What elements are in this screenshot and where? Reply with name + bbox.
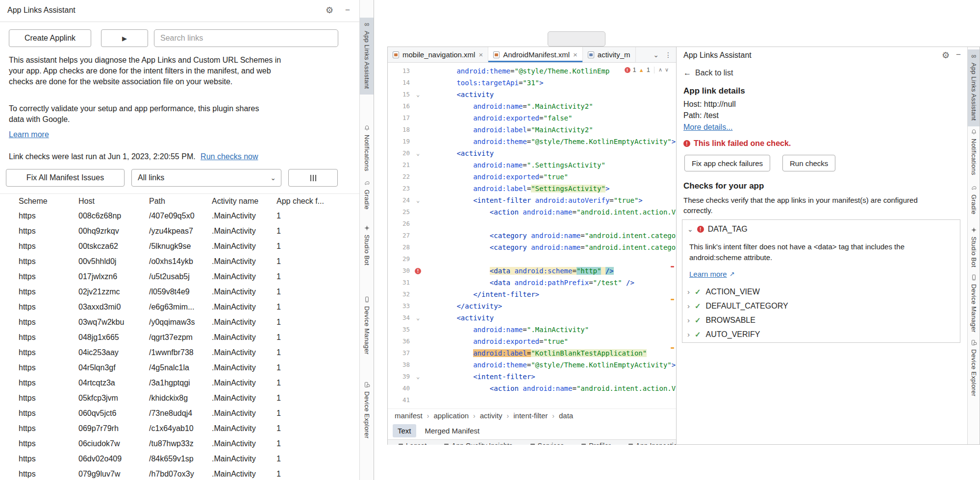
column-header-app-check[interactable]: App check f... [276,197,360,206]
fix-app-check-failures-button[interactable]: Fix app check failures [684,155,770,171]
inspections-widget[interactable]: ! 1 ▲ 1 ∧ ∨ [622,65,671,74]
code-line[interactable]: 33 </activity> [388,300,676,312]
chevron-right-icon[interactable]: › [687,316,690,324]
check-row[interactable]: ›✓AUTO_VERIFY [687,327,955,341]
code-line[interactable]: 37 android:label="KotlinBlankTestApplica… [388,347,676,359]
strip-tab-device-explorer[interactable]: Device Explorer [968,336,980,396]
column-header-host[interactable]: Host [78,197,149,206]
code-line[interactable]: 30! <data android:scheme="http" /> [388,265,676,277]
breadcrumb-item[interactable]: data [559,411,573,420]
close-icon[interactable]: × [478,50,483,59]
code-line[interactable]: 25 <action android:name="android.intent.… [388,206,676,218]
chevron-right-icon[interactable]: › [687,302,690,310]
links-filter-dropdown[interactable]: All links ⌄ [131,169,281,187]
run-checks-button[interactable]: Run checks [782,155,835,171]
minimize-icon[interactable]: − [956,50,961,60]
close-icon[interactable]: × [573,50,578,59]
code-line[interactable]: 15⌄ <activity [388,89,676,100]
search-input[interactable] [154,29,338,47]
code-line[interactable]: 28 <category android:name="android.inten… [388,241,676,253]
tab-merged-manifest[interactable]: Merged Manifest [420,424,485,437]
table-row[interactable]: https017jwlxzn6/u5t2usab5j.MainActivity1 [0,269,360,284]
hidden-tabs-icon[interactable]: ⌄ [653,51,659,59]
more-options-icon[interactable]: ⋮ [665,51,672,59]
code-editor[interactable]: 13 android:theme="@style/Theme.KotlinEmp… [388,63,676,408]
code-line[interactable]: 36 android:exported="true" [388,336,676,347]
code-line[interactable]: 16 android:name=".MainActivity2" [388,100,676,112]
minimize-icon[interactable]: − [345,5,350,16]
strip-tab-device-explorer[interactable]: Device Explorer [360,378,374,438]
tab-mobile-navigation-xml[interactable]: mobile_navigation.xml × [388,47,488,62]
strip-tab-device-manager[interactable]: Device Manager [360,293,374,355]
code-line[interactable]: 19 android:theme="@style/Theme.KotlinEmp… [388,136,676,147]
table-row[interactable]: https06dv02o409/84k659v1sp.MainActivity1 [0,451,360,466]
code-line[interactable]: 40 <action android:name="android.intent.… [388,383,676,394]
run-checks-now-link[interactable]: Run checks now [201,152,258,161]
next-issue-icon[interactable]: ∨ [665,67,669,73]
column-header-activity[interactable]: Activity name [212,197,276,206]
strip-tab-notifications[interactable]: Notifications [968,125,980,175]
code-line[interactable]: 35 android:name=".MainActivity" [388,324,676,336]
code-line[interactable]: 32 </intent-filter> [388,288,676,300]
code-line[interactable]: 27 <category android:name="android.inten… [388,230,676,241]
scrollbar-warning-mark[interactable] [671,347,674,349]
code-line[interactable]: 20⌄ <activity [388,147,676,159]
table-row[interactable]: https04r5lqn3gf/4g5nalc1la.MainActivity1 [0,360,360,375]
strip-tab-notifications[interactable]: Notifications [360,121,374,171]
tab-androidmanifest-xml[interactable]: AndroidManifest.xml × [488,47,583,62]
tab-text[interactable]: Text [393,424,416,437]
table-row[interactable]: https00v5hhld0j/o0xhs14ykb.MainActivity1 [0,254,360,269]
column-settings-button[interactable] [288,169,338,187]
code-line[interactable]: 23 android:label="SettingsActivity"> [388,183,676,194]
table-row[interactable]: https00hq9zrkqv/yzu4kpeas7.MainActivity1 [0,223,360,239]
code-line[interactable]: 41 [388,394,676,406]
code-line[interactable]: 18 android:label="MainActivity2" [388,124,676,136]
strip-tab-app-links-assistant[interactable]: ∞ App Links Assistant [968,49,980,126]
code-line[interactable]: 24⌄ <intent-filter android:autoVerify="t… [388,194,676,206]
code-line[interactable]: 26 [388,218,676,230]
scrollbar-error-mark[interactable] [671,266,674,267]
fix-all-manifest-issues-button[interactable]: Fix All Manifest Issues [6,169,125,187]
strip-tab-device-manager[interactable]: Device Manager [968,271,980,333]
breadcrumb-item[interactable]: application [433,411,469,420]
gear-icon[interactable]: ⚙ [942,50,950,61]
strip-tab-studio-bot[interactable]: Studio Bot [968,223,980,267]
check-row[interactable]: ›✓DEFAULT_CATEGORY [687,299,955,313]
bottom-toolwindow-button[interactable]: Logcat [399,442,427,445]
code-line[interactable]: 17 android:exported="false" [388,112,676,124]
scrollbar-warning-mark[interactable] [671,299,674,300]
bottom-toolwindow-button[interactable]: App Inspection [628,442,676,445]
table-row[interactable]: https02jv21zzmc/l059v8t4e9.MainActivity1 [0,284,360,299]
learn-more-link[interactable]: Learn more ↗ [689,270,735,278]
learn-more-link[interactable]: Learn more [9,130,49,139]
table-row[interactable]: https069p7r79rh/c1x64yab10.MainActivity1 [0,421,360,436]
table-row[interactable]: https079g9luv7w/h7bd07ox3y.MainActivity1 [0,466,360,480]
code-line[interactable]: 29 [388,253,676,265]
table-row[interactable]: https00tskcza62/5lknugk9se.MainActivity1 [0,239,360,254]
tab-activity-main-xml[interactable]: activity_m [583,47,636,62]
chevron-right-icon[interactable]: › [687,330,690,338]
check-row[interactable]: ›✓BROWSABLE [687,313,955,327]
chevron-down-icon[interactable]: ⌄ [687,225,693,233]
table-row[interactable]: https04ic253aay/1wwnfbr738.MainActivity1 [0,345,360,360]
gear-icon[interactable]: ⚙ [326,5,333,16]
create-applink-button[interactable]: Create Applink [9,29,91,47]
code-line[interactable]: 34⌄ <activity [388,312,676,324]
strip-tab-gradle[interactable]: Gradle [968,181,980,215]
table-row[interactable]: https060qv5jct6/73ne8udqj4.MainActivity1 [0,406,360,421]
code-line[interactable]: 38 android:theme="@style/Theme.KotlinEmp… [388,359,676,371]
strip-tab-studio-bot[interactable]: Studio Bot [360,221,374,265]
table-row[interactable]: https03wq7w2kbu/y0qqimaw3s.MainActivity1 [0,314,360,330]
chevron-right-icon[interactable]: › [687,288,690,296]
breadcrumb-item[interactable]: intent-filter [513,411,548,420]
prev-issue-icon[interactable]: ∧ [658,67,662,73]
breadcrumb-item[interactable]: activity [480,411,503,420]
table-row[interactable]: https008c6z68np/407e09q5x0.MainActivity1 [0,208,360,223]
code-line[interactable]: 21 android:name=".SettingsActivity" [388,159,676,171]
data-tag-row[interactable]: ⌄ ! DATA_TAG [687,225,748,234]
strip-tab-gradle[interactable]: Gradle [360,176,374,210]
more-details-link[interactable]: More details... [683,123,732,132]
code-line[interactable]: 22 android:exported="true" [388,171,676,183]
strip-tab-app-links-assistant[interactable]: ∞ App Links Assistant [360,18,374,95]
code-line[interactable]: 14 tools:targetApi="31"> [388,77,676,89]
